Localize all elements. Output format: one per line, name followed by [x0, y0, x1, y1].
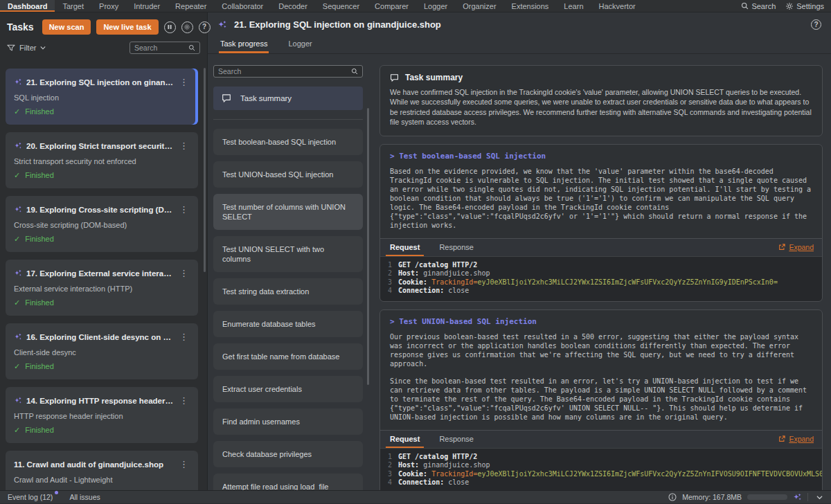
step-item-extract-user-credentials[interactable]: Extract user credentials — [213, 376, 363, 402]
task-card[interactable]: 21. Exploring SQL injection on ginandjui… — [6, 69, 198, 125]
task-summary-box: Task summary We have confirmed SQL injec… — [379, 65, 823, 136]
kebab-menu-icon[interactable]: ⋮ — [178, 141, 190, 150]
ai-sparkle-icon — [14, 333, 22, 341]
step-item-test-union-based-sql-injection[interactable]: Test UNION-based SQL injection — [213, 161, 363, 188]
steps-scrollbar-thumb[interactable] — [367, 108, 369, 385]
top-tab-proxy[interactable]: Proxy — [91, 0, 126, 12]
task-card-title: 14. Exploring HTTP response header injec… — [26, 397, 174, 405]
top-tab-logger[interactable]: Logger — [416, 0, 455, 12]
top-tab-comparer[interactable]: Comparer — [367, 0, 416, 12]
tasks-help-button[interactable]: ? — [199, 21, 211, 33]
ai-menu-chevron-button[interactable] — [814, 493, 825, 502]
task-card[interactable]: 11. Crawl and audit of ginandjuice.shop⋮… — [6, 451, 198, 490]
request-code[interactable]: 1GET /catalog HTTP/22Host: ginandjuice.s… — [380, 257, 822, 301]
steps-search-input[interactable] — [218, 67, 351, 75]
new-live-task-button[interactable]: New live task — [96, 19, 158, 35]
code-segment: eyJ0eXBlIjoiY2xhc3MiLCJ2YWx1ZSI6ImZjcWFs… — [477, 470, 822, 479]
tab-logger[interactable]: Logger — [287, 35, 313, 53]
tasks-settings-button[interactable] — [181, 21, 193, 33]
task-card-header: 14. Exploring HTTP response header injec… — [14, 396, 190, 405]
task-card-title: 20. Exploring Strict transport security … — [26, 142, 174, 150]
task-card-status: ✓Finished — [14, 489, 190, 490]
tab-request[interactable]: Request — [380, 239, 429, 256]
expand-button[interactable]: Expand — [778, 243, 814, 251]
top-tab-learn[interactable]: Learn — [556, 0, 591, 12]
top-tab-target[interactable]: Target — [55, 0, 91, 12]
step-item-find-admin-usernames[interactable]: Find admin usernames — [213, 408, 363, 435]
tab-task-progress[interactable]: Task progress — [219, 35, 269, 53]
top-tab-sequencer[interactable]: Sequencer — [315, 0, 367, 12]
tab-request[interactable]: Request — [380, 431, 429, 448]
line-number: 4 — [380, 478, 398, 487]
top-tab-hackvertor[interactable]: Hackvertor — [591, 0, 643, 12]
test-sections: > Test boolean-based SQL injectionBased … — [379, 144, 823, 490]
top-tab-extensions[interactable]: Extensions — [504, 0, 557, 12]
status-bar: Event log (12) All issues Memory: 167.8M… — [0, 490, 831, 503]
step-item-test-union-select-with-two-columns[interactable]: Test UNION SELECT with two columns — [213, 236, 363, 272]
request-line: 1GET /catalog HTTP/2 — [380, 261, 822, 270]
ai-sparkle-icon[interactable] — [793, 493, 802, 502]
step-item-check-database-privileges[interactable]: Check database privileges — [213, 441, 363, 467]
global-search-button[interactable]: Search — [741, 2, 776, 10]
top-tab-dashboard[interactable]: Dashboard — [0, 0, 55, 12]
request-code[interactable]: 1GET /catalog HTTP/22Host: ginandjuice.s… — [380, 449, 822, 490]
task-card-subtitle: Crawl and Audit - Lightweight — [14, 476, 190, 484]
kebab-menu-icon[interactable]: ⋮ — [178, 460, 190, 469]
detail-column: Task summary We have confirmed SQL injec… — [379, 65, 823, 490]
tasks-panel: Tasks New scan New live task ? Filter 21… — [0, 12, 208, 490]
task-summary-title: Task summary — [405, 73, 463, 82]
task-card-subtitle: Client-side desync — [14, 348, 190, 357]
code-segment: Connection: — [398, 478, 444, 487]
code-segment: TrackingId= — [431, 278, 477, 287]
task-card[interactable]: 20. Exploring Strict transport security … — [6, 132, 198, 188]
tasks-scrollbar-thumb[interactable] — [204, 68, 206, 272]
step-item-test-string-data-extraction[interactable]: Test string data extraction — [213, 278, 363, 305]
kebab-menu-icon[interactable]: ⋮ — [178, 396, 190, 405]
task-help-button[interactable]: ? — [811, 19, 821, 30]
task-card-subtitle: Strict transport security not enforced — [14, 157, 190, 165]
tasks-search-input[interactable] — [134, 44, 188, 52]
task-card[interactable]: 17. Exploring External service interacti… — [6, 260, 198, 316]
top-tabs: DashboardTargetProxyIntruderRepeaterColl… — [0, 0, 643, 12]
expand-button[interactable]: Expand — [778, 435, 814, 443]
kebab-menu-icon[interactable]: ⋮ — [178, 205, 190, 214]
task-card[interactable]: 14. Exploring HTTP response header injec… — [6, 387, 198, 443]
memory-gauge — [747, 494, 787, 500]
help-icon: ? — [814, 21, 818, 28]
task-card-subtitle: SQL injection — [14, 93, 190, 102]
step-item-task-summary[interactable]: Task summary — [213, 87, 363, 110]
top-tab-decoder[interactable]: Decoder — [271, 0, 315, 12]
pause-tasks-button[interactable] — [164, 21, 176, 33]
new-scan-button[interactable]: New scan — [42, 19, 91, 35]
kebab-menu-icon[interactable]: ⋮ — [178, 269, 190, 278]
request-viewer: RequestResponseExpand1GET /catalog HTTP/… — [380, 430, 822, 490]
top-tab-collaborator[interactable]: Collaborator — [214, 0, 271, 12]
line-number: 2 — [380, 269, 398, 278]
top-tab-intruder[interactable]: Intruder — [126, 0, 168, 12]
task-card[interactable]: 16. Exploring Client-side desync on gina… — [6, 323, 198, 379]
main-tabs: Task progressLogger — [208, 33, 831, 54]
kebab-menu-icon[interactable]: ⋮ — [178, 78, 190, 87]
section-text: > Test UNION-based SQL injectionOur prev… — [380, 310, 822, 430]
pause-icon — [167, 24, 172, 30]
kebab-menu-icon[interactable]: ⋮ — [178, 332, 190, 341]
settings-button[interactable]: Settings — [785, 2, 824, 10]
task-card[interactable]: 19. Exploring Cross-site scripting (DOM-… — [6, 196, 198, 252]
code-segment: ginandjuice.shop — [419, 461, 490, 470]
tab-response[interactable]: Response — [429, 239, 483, 256]
search-icon — [741, 2, 749, 10]
event-log-button[interactable]: Event log (12) — [8, 493, 53, 501]
top-tab-repeater[interactable]: Repeater — [168, 0, 214, 12]
step-item-test-number-of-columns-with-union-select[interactable]: Test number of columns with UNION SELECT — [213, 194, 363, 230]
step-item-attempt-file-read-using-load-file[interactable]: Attempt file read using load_file — [213, 474, 363, 490]
step-item-enumerate-database-tables[interactable]: Enumerate database tables — [213, 311, 363, 337]
step-item-test-boolean-based-sql-injection[interactable]: Test boolean-based SQL injection — [213, 129, 363, 155]
status-text: Finished — [25, 426, 54, 434]
tab-response[interactable]: Response — [429, 431, 483, 448]
task-card-title: 11. Crawl and audit of ginandjuice.shop — [14, 460, 174, 469]
filter-label[interactable]: Filter — [19, 44, 36, 52]
all-issues-button[interactable]: All issues — [69, 493, 100, 501]
step-item-get-first-table-name-from-database[interactable]: Get first table name from database — [213, 343, 363, 370]
top-tab-organizer[interactable]: Organizer — [455, 0, 503, 12]
ai-sparkle-icon — [14, 78, 22, 87]
